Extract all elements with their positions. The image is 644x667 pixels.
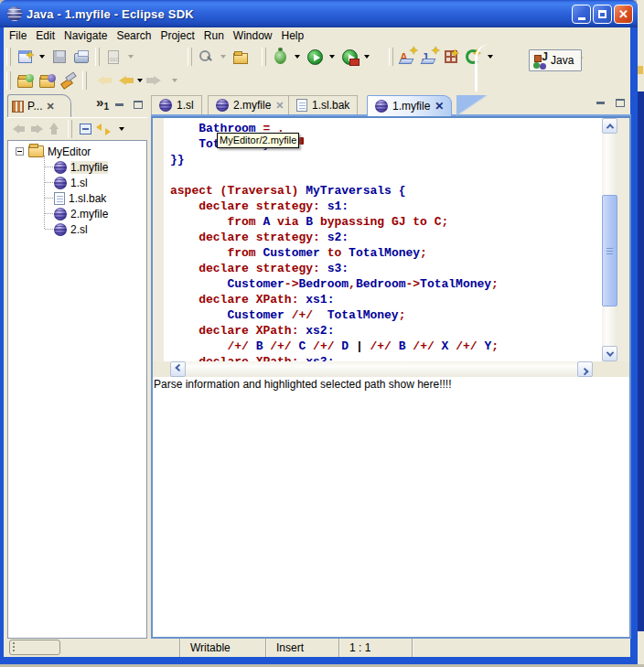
explorer-tab-close-icon[interactable]: ✕ (46, 101, 54, 113)
explorer-tab-label: P... (27, 100, 42, 113)
title-bar[interactable]: Java - 1.myfile - Eclipse SDK ✕ (0, 0, 638, 27)
back-icon (119, 76, 126, 85)
scroll-left-button[interactable] (170, 361, 186, 377)
new-plugin-button[interactable]: ✦ (440, 46, 462, 68)
minimize-icon (578, 17, 585, 20)
new-wizard-button[interactable]: ✦ (14, 46, 36, 68)
open-type-button[interactable] (230, 46, 252, 68)
parse-info-panel: Parse information and highlighted select… (153, 377, 629, 637)
window-title: Java - 1.myfile - Eclipse SDK (27, 7, 194, 21)
toolbar-grip (82, 71, 87, 90)
tree-item-label: 1.sl.bak (69, 192, 106, 205)
save-button[interactable] (48, 46, 70, 68)
tree-item-1.myfile[interactable]: 1.myfile (45, 159, 146, 175)
toolbar-grip (389, 48, 393, 66)
toolbar-grip (68, 120, 72, 138)
tree-item-2.sl[interactable]: 2.sl (45, 221, 146, 237)
editor-tab-1.myfile[interactable]: 1.myfile✕ (367, 95, 452, 116)
open-file-green-button[interactable] (14, 70, 36, 91)
editor-tab-1.sl.bak[interactable]: 1.sl.bak (288, 95, 358, 114)
code-line: declare XPath: xs2: (170, 323, 602, 339)
menu-window[interactable]: Window (229, 28, 277, 44)
view-menu-dropdown[interactable] (119, 127, 124, 131)
active-tab-swoosh (456, 95, 488, 116)
scroll-up-button[interactable] (602, 118, 617, 134)
tab-close-icon[interactable]: ✕ (435, 100, 444, 113)
maximize-button[interactable] (593, 5, 612, 24)
tree-root-row[interactable]: MyEditor (16, 144, 146, 159)
close-button[interactable]: ✕ (614, 5, 633, 24)
folder-purple-sphere-icon (39, 77, 55, 88)
tree-root-label: MyEditor (48, 145, 91, 158)
status-bar: Writable Insert 1 : 1 (4, 639, 634, 657)
view-minimize-button[interactable] (115, 100, 127, 110)
sphere-icon (159, 99, 172, 112)
menu-project[interactable]: Project (156, 28, 199, 44)
back-icon (97, 76, 104, 85)
back-button[interactable] (112, 70, 134, 91)
editor-maximize-button[interactable] (616, 98, 628, 108)
hidden-views-chevron[interactable]: »1 (96, 97, 109, 113)
vertical-scroll-thumb[interactable] (602, 195, 617, 307)
debug-button[interactable] (269, 46, 291, 68)
explorer-view-tab[interactable]: P... ✕ (7, 94, 71, 117)
menu-navigate[interactable]: Navigate (59, 28, 112, 44)
run-button[interactable] (304, 46, 326, 68)
view-maximize-button[interactable] (134, 100, 145, 110)
back-pale-button[interactable] (90, 70, 112, 91)
editor-minimize-button[interactable] (596, 98, 608, 108)
workbench-area: P... ✕ »1 MyEditor1.myfile1.sl1.sl.bak2.… (4, 91, 634, 639)
paintbrush-button[interactable] (58, 70, 80, 91)
new-java-icon: J✦ (422, 49, 436, 64)
editor-area: 1.sl2.myfile✕1.sl.bak1.myfile✕ Bathroom … (151, 95, 631, 639)
scrollbar-corner (593, 361, 629, 377)
link-editor-icon[interactable] (96, 123, 111, 135)
folder-green-sphere-icon (17, 77, 33, 88)
tree-item-1.sl[interactable]: 1.sl (45, 175, 146, 190)
editor-ruler (153, 118, 165, 361)
new-java-button[interactable]: J✦ (418, 46, 440, 68)
open-file-purple-button[interactable] (36, 70, 58, 91)
code-line: declare XPath: xs1: (170, 292, 602, 307)
menu-help[interactable]: Help (277, 28, 309, 44)
perspective-switcher: ✦ J Java (475, 44, 638, 91)
code-line (170, 167, 602, 183)
code-line: Customer /+/ TotalMoney; (170, 307, 602, 323)
search-icon (199, 49, 213, 64)
code-editor[interactable]: Bathroom = . TotalMoney = .}} aspect (Tr… (167, 118, 602, 361)
tab-close-icon[interactable]: ✕ (275, 100, 284, 112)
back-icon[interactable] (13, 124, 26, 134)
scroll-down-button[interactable] (602, 346, 617, 361)
minimize-button[interactable] (572, 5, 591, 24)
scroll-right-button[interactable] (577, 361, 593, 377)
tree-item-2.myfile[interactable]: 2.myfile (45, 206, 146, 221)
toolbar-grip (6, 71, 11, 90)
menu-edit[interactable]: Edit (31, 28, 59, 44)
horizontal-scrollbar[interactable] (170, 361, 593, 377)
editor-tab-1.sl[interactable]: 1.sl (151, 95, 202, 114)
tree-item-1.sl.bak[interactable]: 1.sl.bak (45, 190, 146, 206)
external-tools-dropdown[interactable] (364, 55, 370, 59)
perspective-java-button[interactable]: J Java (529, 49, 582, 71)
up-icon[interactable] (49, 123, 59, 135)
menu-file[interactable]: File (5, 28, 31, 44)
forward-icon[interactable] (30, 124, 43, 134)
file-tooltip: MyEditor/2.myfile (217, 133, 299, 148)
editor-tab-2.myfile[interactable]: 2.myfile✕ (208, 95, 293, 114)
tree-collapse-icon[interactable] (16, 147, 24, 156)
search-button[interactable] (195, 46, 217, 68)
print-button[interactable] (70, 46, 92, 68)
binary-doc-button[interactable] (102, 46, 124, 68)
new-wizard-dropdown[interactable] (39, 55, 45, 59)
run-dropdown[interactable] (329, 55, 335, 59)
forward-button[interactable] (146, 70, 168, 91)
debug-dropdown[interactable] (295, 55, 300, 59)
menu-run[interactable]: Run (199, 28, 229, 44)
vertical-scrollbar[interactable] (602, 118, 617, 361)
menu-search[interactable]: Search (112, 28, 156, 44)
external-tools-button[interactable] (338, 46, 360, 68)
new-aspect-button[interactable]: A✦ (396, 46, 418, 68)
package-explorer-view: P... ✕ »1 MyEditor1.myfile1.sl1.sl.bak2.… (7, 94, 147, 639)
back-dropdown[interactable] (137, 79, 143, 82)
collapse-all-icon[interactable] (80, 124, 91, 134)
